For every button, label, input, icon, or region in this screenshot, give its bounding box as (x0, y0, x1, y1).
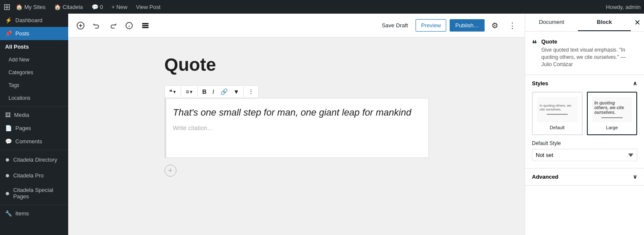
sidebar-item-tags[interactable]: Tags (0, 79, 68, 92)
default-style-select[interactable]: Not set (532, 149, 637, 161)
info-button[interactable] (122, 19, 136, 32)
citadela-dir-icon: ● (5, 155, 10, 164)
editor-inner: Quote ❝ ▼ ≡ ▼ B (165, 55, 429, 218)
styles-section-content: In quoting others, we cite ourselves. De… (525, 92, 644, 168)
sidebar-item-items[interactable]: 🔧 Items (0, 207, 68, 220)
items-icon: 🔧 (5, 210, 12, 217)
sidebar-item-citadela-special[interactable]: ● Citadela Special Pages (0, 183, 68, 203)
comments-link[interactable]: 💬 0 (88, 4, 107, 10)
more-rich-text-button[interactable]: ▼ (231, 87, 242, 97)
italic-label: I (213, 88, 214, 95)
more-icon: ▼ (234, 88, 240, 95)
sidebar-item-all-posts[interactable]: All Posts (0, 40, 68, 53)
home-icon: 🏠 (16, 4, 23, 10)
admin-bar: ⊞ 🏠 My Sites 🏠 Citadela 💬 0 + New View P… (0, 0, 644, 14)
sidebar-item-citadela-directory[interactable]: ● Citadela Directory (0, 152, 68, 168)
comments-icon: 💬 (92, 4, 98, 10)
styles-section: Styles ∧ In quoting others, we cite ours… (525, 75, 644, 168)
main-layout: ⚡ Dashboard 📌 Posts All Posts Add New Ca… (0, 14, 644, 235)
right-panel: Document Block ✕ ❝ Quote Give quoted tex… (525, 14, 644, 235)
svg-rect-7 (142, 25, 148, 26)
style-large-label: Large (592, 125, 632, 130)
media-icon: 🖼 (5, 112, 11, 118)
default-style-label: Default Style (532, 140, 637, 146)
tab-document[interactable]: Document (525, 14, 578, 31)
block-toolbar: ❝ ▼ ≡ ▼ B I 🔗 (165, 85, 259, 98)
dashboard-icon: ⚡ (5, 17, 12, 23)
style-grid: In quoting others, we cite ourselves. De… (532, 92, 637, 135)
sidebar-item-locations[interactable]: Locations (0, 92, 68, 104)
svg-rect-6 (142, 23, 148, 24)
block-info-text: Quote Give quoted text visual emphasis. … (541, 38, 637, 68)
align-icon: ≡ (185, 88, 189, 95)
site-name-link[interactable]: 🏠 Citadela (51, 4, 87, 10)
sidebar: ⚡ Dashboard 📌 Posts All Posts Add New Ca… (0, 14, 68, 235)
my-sites-link[interactable]: 🏠 My Sites (12, 4, 49, 10)
undo-button[interactable] (90, 19, 104, 32)
block-navigation-button[interactable] (138, 19, 153, 32)
sidebar-posts-section[interactable]: 📌 Posts (0, 27, 68, 40)
block-info-name: Quote (541, 38, 637, 45)
style-default-preview: In quoting others, we cite ourselves. (537, 97, 578, 122)
advanced-section-header[interactable]: Advanced ∨ (525, 168, 644, 185)
redo-button[interactable] (106, 19, 120, 32)
sidebar-item-citadela-pro[interactable]: ● Citadela Pro (0, 168, 68, 183)
link-button[interactable]: 🔗 (218, 87, 230, 97)
advanced-section: Advanced ∨ (525, 168, 644, 186)
quote-type-button[interactable]: ❝ ▼ (167, 87, 179, 97)
align-arrow-icon: ▼ (189, 90, 193, 94)
advanced-expand-icon: ∨ (633, 174, 637, 180)
sidebar-item-dashboard[interactable]: ⚡ Dashboard (0, 14, 68, 27)
sidebar-item-pages[interactable]: 📄 Pages (0, 122, 68, 135)
bold-label: B (202, 88, 206, 95)
editor-toolbar: Save Draft Preview Publish… ⚙ ⋮ (68, 14, 525, 38)
citadela-pro-icon: ● (5, 171, 10, 180)
toolbar-right: Save Draft Preview Publish… ⚙ ⋮ (378, 18, 520, 33)
publish-button[interactable]: Publish… (450, 19, 485, 32)
sidebar-item-categories[interactable]: Categories (0, 66, 68, 79)
options-dots-icon: ⋮ (248, 88, 254, 95)
new-link[interactable]: + New (108, 4, 131, 10)
comments-sidebar-icon: 💬 (5, 138, 12, 145)
styles-section-header[interactable]: Styles ∧ (525, 75, 644, 92)
style-default-label: Default (537, 125, 578, 130)
add-block-button[interactable] (73, 19, 88, 32)
block-options-button[interactable]: ⋮ (245, 87, 257, 97)
block-info-description: Give quoted text visual emphasis. "In qu… (541, 46, 637, 68)
editor-content: Quote ❝ ▼ ≡ ▼ B (68, 38, 525, 235)
view-post-link[interactable]: View Post (133, 4, 164, 10)
preview-button[interactable]: Preview (416, 19, 446, 32)
quote-block: That's one small step for man, one giant… (165, 98, 429, 158)
style-option-large[interactable]: In quoting others, we cite ourselves. La… (587, 92, 638, 135)
block-info-icon: ❝ (532, 38, 537, 49)
block-info: ❝ Quote Give quoted text visual emphasis… (525, 32, 644, 75)
styles-label: Styles (532, 80, 548, 87)
panel-close-button[interactable]: ✕ (631, 14, 644, 31)
sidebar-item-media[interactable]: 🖼 Media (0, 108, 68, 122)
settings-button[interactable]: ⚙ (488, 18, 502, 33)
bold-button[interactable]: B (199, 87, 209, 97)
italic-button[interactable]: I (210, 87, 217, 97)
sidebar-item-comments[interactable]: 💬 Comments (0, 135, 68, 148)
quote-toolbar-icon: ❝ (169, 88, 173, 95)
site-home-icon: 🏠 (54, 4, 61, 10)
add-block-below-button[interactable]: + (165, 165, 176, 177)
more-options-button[interactable]: ⋮ (505, 18, 520, 33)
editor-area: Save Draft Preview Publish… ⚙ ⋮ Quote ❝ … (68, 14, 525, 235)
citadela-special-icon: ● (5, 189, 10, 198)
styles-collapse-icon: ∧ (633, 80, 637, 87)
tab-block[interactable]: Block (578, 14, 631, 31)
style-option-default[interactable]: In quoting others, we cite ourselves. De… (532, 92, 583, 135)
svg-rect-8 (142, 27, 148, 28)
quote-citation[interactable]: Write citation… (173, 125, 422, 131)
style-large-preview: In quoting others, we cite ourselves. (592, 97, 632, 122)
wp-icon[interactable]: ⊞ (3, 2, 11, 12)
block-title: Quote (165, 55, 429, 75)
save-draft-button[interactable]: Save Draft (378, 20, 412, 31)
align-button[interactable]: ≡ ▼ (183, 87, 196, 97)
quote-text[interactable]: That's one small step for man, one giant… (173, 105, 422, 119)
link-icon: 🔗 (220, 88, 228, 95)
sidebar-item-add-new[interactable]: Add New (0, 53, 68, 66)
posts-icon: 📌 (5, 30, 12, 37)
dropdown-arrow-icon: ▼ (173, 90, 177, 94)
